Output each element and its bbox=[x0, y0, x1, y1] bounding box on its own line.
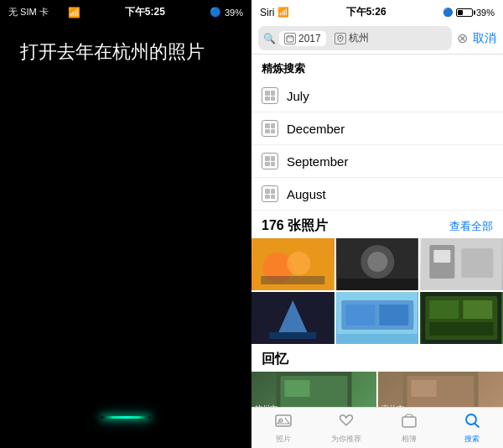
svg-rect-0 bbox=[287, 36, 293, 42]
photo-cell-4[interactable] bbox=[252, 292, 334, 344]
tab-for-you[interactable]: 为你推荐 bbox=[314, 408, 377, 448]
view-all-button[interactable]: 查看全部 bbox=[449, 219, 493, 234]
signal-bar-4 bbox=[62, 9, 65, 17]
svg-rect-32 bbox=[285, 380, 310, 397]
grid-cell bbox=[265, 195, 270, 200]
svg-rect-38 bbox=[402, 417, 416, 427]
signal-bars bbox=[52, 8, 65, 17]
svg-rect-8 bbox=[261, 276, 324, 284]
svg-rect-36 bbox=[276, 415, 291, 426]
memory-item-1[interactable]: 杭州市 bbox=[252, 372, 376, 407]
svg-rect-16 bbox=[434, 250, 451, 263]
photo-thumbnail-5 bbox=[336, 292, 419, 344]
signal-bar-3 bbox=[59, 11, 61, 17]
siri-time: 下午5:25 bbox=[125, 5, 165, 19]
memories-strip: 杭州市 寄兰市 bbox=[252, 372, 503, 407]
siri-wave bbox=[101, 416, 151, 419]
memory-thumbnail-2 bbox=[378, 372, 503, 407]
grid-cell bbox=[265, 96, 270, 102]
svg-rect-19 bbox=[269, 332, 316, 339]
tag-2017[interactable]: 2017 bbox=[279, 31, 326, 46]
battery-icon bbox=[456, 8, 473, 17]
photos-count-num: 176 bbox=[262, 218, 284, 232]
for-you-tab-icon bbox=[338, 413, 355, 432]
memory-thumbnail-1 bbox=[252, 372, 376, 407]
grid-cell bbox=[271, 96, 276, 102]
tab-albums[interactable]: 相簿 bbox=[377, 408, 440, 448]
photos-status-left: Siri 📶 bbox=[260, 7, 289, 18]
search-tags-container[interactable]: 🔍 2017 bbox=[258, 26, 452, 50]
photos-panel: Siri 📶 下午5:26 🔵 39% 🔍 bbox=[252, 0, 503, 448]
refine-item-september[interactable]: September bbox=[252, 145, 503, 178]
calendar-grid-icon-august bbox=[262, 185, 278, 202]
grid-cell bbox=[271, 129, 276, 134]
carrier-label: 无 SIM 卡 bbox=[8, 6, 49, 18]
photo-thumbnail-2 bbox=[336, 238, 419, 290]
tab-for-you-label: 为你推荐 bbox=[331, 434, 361, 445]
tag-hangzhou[interactable]: 杭州 bbox=[329, 29, 374, 47]
photo-cell-6[interactable] bbox=[420, 292, 503, 344]
tab-albums-label: 相簿 bbox=[402, 434, 417, 445]
refine-label-december: December bbox=[287, 122, 345, 136]
grid-cell bbox=[265, 129, 270, 134]
svg-rect-28 bbox=[464, 300, 493, 319]
tab-photos-label: 照片 bbox=[276, 434, 291, 445]
calendar-grid-icon-september bbox=[262, 153, 278, 169]
search-clear-button[interactable]: ⊗ bbox=[457, 30, 468, 46]
photo-cell-1[interactable] bbox=[252, 238, 334, 290]
siri-message: 打开去年在杭州的照片 bbox=[0, 23, 252, 82]
refine-label-july: July bbox=[287, 89, 309, 103]
search-bar[interactable]: 🔍 2017 bbox=[252, 23, 503, 55]
svg-point-4 bbox=[340, 37, 341, 39]
tag-2017-label: 2017 bbox=[298, 33, 321, 44]
grid-cell bbox=[265, 123, 270, 128]
tab-search[interactable]: 搜索 bbox=[440, 408, 503, 448]
siri-status-left: 无 SIM 卡 📶 bbox=[8, 6, 80, 18]
refine-item-july[interactable]: July bbox=[252, 80, 503, 112]
svg-rect-22 bbox=[345, 305, 375, 326]
svg-point-7 bbox=[287, 252, 310, 275]
svg-rect-24 bbox=[337, 334, 417, 344]
grid-cell bbox=[265, 162, 270, 167]
location-icon bbox=[334, 33, 346, 44]
photos-time: 下午5:26 bbox=[346, 5, 386, 19]
grid-cell bbox=[265, 156, 270, 161]
grid-cell bbox=[271, 189, 276, 194]
grid-cell bbox=[265, 189, 270, 194]
grid-cell bbox=[271, 123, 276, 128]
grid-cell bbox=[265, 91, 270, 96]
search-cancel-button[interactable]: 取消 bbox=[473, 31, 496, 46]
photos-unit: 张照片 bbox=[284, 218, 328, 232]
svg-rect-29 bbox=[430, 322, 494, 336]
tab-photos[interactable]: 照片 bbox=[252, 408, 314, 448]
photo-thumbnail-6 bbox=[420, 292, 503, 344]
photos-count-text: 176 张照片 bbox=[262, 217, 328, 235]
calendar-grid-icon-july bbox=[262, 87, 278, 104]
calendar-icon bbox=[284, 33, 296, 44]
grid-cell bbox=[271, 195, 276, 200]
svg-line-40 bbox=[474, 424, 479, 427]
refine-list: July December Se bbox=[252, 80, 503, 211]
refine-section-title: 精炼搜索 bbox=[252, 55, 503, 80]
photo-thumbnail-1 bbox=[252, 238, 334, 290]
signal-bar-1 bbox=[52, 14, 54, 17]
refine-item-december[interactable]: December bbox=[252, 112, 503, 145]
siri-panel: 无 SIM 卡 📶 下午5:25 🔵 39% 打开去年在杭州的照片 bbox=[0, 0, 252, 448]
refine-label-august: August bbox=[287, 187, 326, 201]
siri-battery: 39% bbox=[225, 8, 243, 18]
photo-cell-3[interactable] bbox=[420, 238, 503, 290]
memory-item-2[interactable]: 寄兰市 bbox=[378, 372, 503, 407]
refine-item-august[interactable]: August bbox=[252, 178, 503, 211]
photo-cell-2[interactable] bbox=[336, 238, 419, 290]
siri-wave-container bbox=[101, 416, 151, 423]
tag-hangzhou-label: 杭州 bbox=[349, 31, 369, 45]
photo-cell-5[interactable] bbox=[336, 292, 419, 344]
memory-label-2: 寄兰市 bbox=[381, 404, 404, 407]
svg-rect-15 bbox=[462, 248, 494, 278]
siri-status-right: 🔵 39% bbox=[210, 7, 243, 18]
signal-bar-2 bbox=[55, 13, 58, 17]
memory-label-1: 杭州市 bbox=[255, 404, 277, 407]
search-icon: 🔍 bbox=[263, 33, 276, 44]
svg-rect-23 bbox=[379, 305, 408, 326]
photo-thumbnail-3 bbox=[420, 238, 503, 290]
